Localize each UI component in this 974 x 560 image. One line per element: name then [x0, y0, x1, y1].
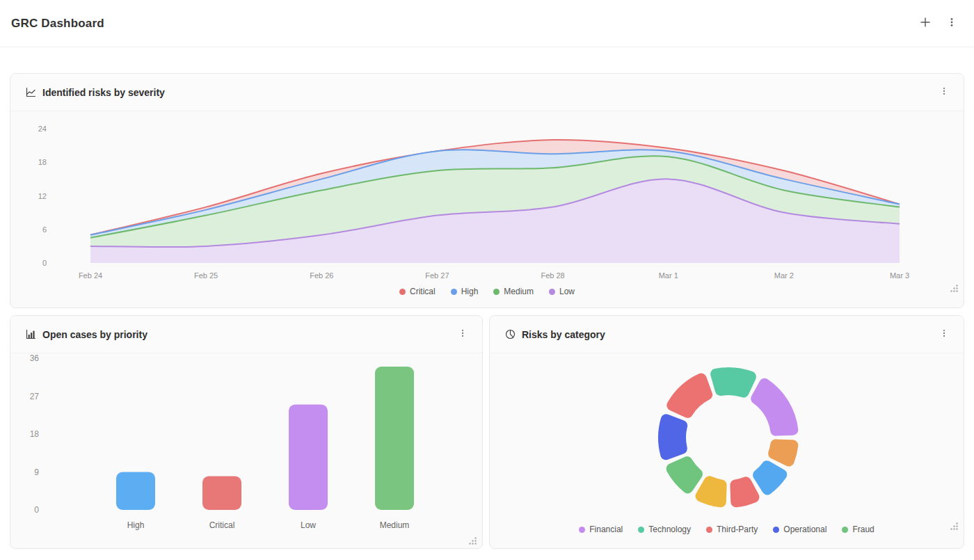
- dashboard-menu-button[interactable]: [942, 14, 961, 33]
- svg-text:24: 24: [38, 125, 47, 133]
- donut-segment: [768, 439, 798, 466]
- bar-high: [116, 472, 155, 511]
- svg-text:Mar 2: Mar 2: [774, 271, 794, 280]
- svg-text:Critical: Critical: [209, 520, 235, 530]
- bar-critical: [202, 477, 241, 510]
- area-chart-body: 06121824Feb 24Feb 25Feb 26Feb 27Feb 28Ma…: [10, 111, 964, 296]
- donut-segment: [751, 378, 798, 436]
- donut-segment: [753, 461, 787, 495]
- card-menu-button[interactable]: [934, 325, 954, 344]
- kebab-vertical-icon: [458, 328, 468, 340]
- page-title: GRC Dashboard: [11, 17, 104, 31]
- header-actions: [916, 14, 961, 33]
- dashboard-content: Identified risks by severity 06121824Feb…: [0, 47, 974, 560]
- svg-text:12: 12: [38, 192, 47, 200]
- bar-chart-icon: [26, 329, 36, 339]
- pie-chart-icon: [505, 329, 516, 339]
- kebab-vertical-icon: [939, 86, 949, 98]
- legend-item[interactable]: Technology: [638, 525, 691, 534]
- card-header: Identified risks by severity: [10, 74, 964, 111]
- severity-legend: CriticalHighMediumLow: [10, 287, 964, 296]
- priority-bar-chart: 09182736HighCriticalLowMedium: [10, 353, 482, 549]
- legend-label: Low: [559, 287, 575, 296]
- legend-item[interactable]: Low: [549, 287, 575, 296]
- resize-grip-icon[interactable]: [950, 522, 959, 531]
- line-chart-icon: [26, 87, 36, 97]
- resize-grip-icon[interactable]: [468, 536, 477, 545]
- svg-text:Feb 28: Feb 28: [541, 271, 564, 280]
- donut-segment: [666, 456, 703, 493]
- svg-text:Medium: Medium: [380, 520, 410, 530]
- category-donut-chart: [490, 353, 962, 520]
- legend-label: Third-Party: [717, 525, 758, 534]
- svg-text:0: 0: [34, 505, 39, 515]
- svg-text:Feb 25: Feb 25: [194, 271, 218, 280]
- legend-item[interactable]: Third-Party: [706, 525, 758, 534]
- severity-area-chart: 06121824Feb 24Feb 25Feb 26Feb 27Feb 28Ma…: [10, 111, 962, 285]
- legend-item[interactable]: Fraud: [842, 525, 874, 534]
- legend-label: Financial: [589, 525, 623, 534]
- bar-low: [289, 405, 328, 510]
- donut-chart-body: FinancialTechnologyThird-PartyOperationa…: [490, 353, 964, 534]
- legend-label: Operational: [783, 525, 827, 534]
- page-header: GRC Dashboard: [0, 0, 974, 47]
- donut-segment: [666, 374, 712, 418]
- category-legend: FinancialTechnologyThird-PartyOperationa…: [490, 525, 964, 534]
- svg-text:6: 6: [42, 225, 47, 234]
- card-title: Open cases by priority: [42, 329, 147, 340]
- kebab-vertical-icon: [939, 328, 949, 340]
- donut-segment: [730, 477, 759, 507]
- svg-text:18: 18: [30, 429, 40, 439]
- card-header: Open cases by priority: [10, 316, 482, 353]
- legend-item[interactable]: Financial: [579, 525, 623, 534]
- legend-item[interactable]: Critical: [399, 287, 436, 296]
- legend-label: Technology: [648, 525, 691, 534]
- svg-text:Feb 27: Feb 27: [425, 271, 449, 280]
- donut-segment: [658, 414, 687, 460]
- legend-item[interactable]: Medium: [493, 287, 534, 296]
- donut-segment: [710, 367, 756, 398]
- legend-label: High: [461, 287, 479, 296]
- legend-label: Fraud: [852, 525, 874, 534]
- legend-label: Critical: [410, 287, 436, 296]
- donut-segment: [696, 476, 727, 507]
- card-risks-by-category: Risks by category FinancialTechnologyThi…: [489, 315, 964, 549]
- legend-item[interactable]: High: [451, 287, 479, 296]
- svg-text:Low: Low: [301, 520, 316, 530]
- legend-label: Medium: [504, 287, 534, 296]
- legend-item[interactable]: Operational: [773, 525, 827, 534]
- svg-text:18: 18: [38, 158, 47, 166]
- svg-text:Feb 26: Feb 26: [310, 271, 333, 280]
- svg-text:0: 0: [42, 259, 47, 267]
- bar-chart-body: 09182736HighCriticalLowMedium: [10, 353, 482, 549]
- card-risks-by-severity: Identified risks by severity 06121824Feb…: [10, 73, 964, 308]
- svg-text:Feb 24: Feb 24: [79, 271, 102, 280]
- card-header: Risks by category: [490, 316, 964, 353]
- plus-icon: [919, 16, 932, 31]
- svg-text:High: High: [127, 520, 145, 530]
- card-menu-button[interactable]: [934, 83, 954, 102]
- svg-text:9: 9: [34, 467, 39, 477]
- kebab-vertical-icon: [946, 17, 957, 30]
- bar-medium: [375, 367, 414, 510]
- svg-text:36: 36: [30, 353, 40, 363]
- card-title: Risks by category: [522, 329, 605, 340]
- resize-grip-icon[interactable]: [950, 284, 959, 293]
- card-menu-button[interactable]: [453, 325, 472, 344]
- svg-text:Mar 1: Mar 1: [659, 271, 678, 280]
- svg-text:Mar 3: Mar 3: [890, 271, 909, 280]
- svg-text:27: 27: [30, 392, 40, 401]
- card-title: Identified risks by severity: [42, 87, 165, 98]
- add-card-button[interactable]: [916, 14, 935, 33]
- card-open-cases-by-priority: Open cases by priority 09182736HighCriti…: [10, 315, 483, 549]
